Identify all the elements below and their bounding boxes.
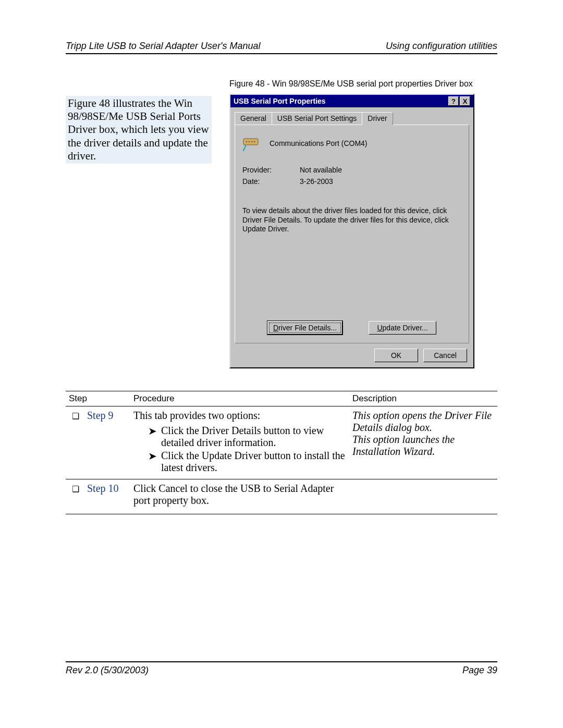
header-right: Using configuration utilities xyxy=(386,41,497,52)
table-row: ❏ Step 10 Click Cancel to close the USB … xyxy=(66,479,497,514)
driver-file-details-button[interactable]: Driver File Details... xyxy=(267,321,342,335)
help-icon[interactable]: ? xyxy=(448,96,459,106)
footer-right: Page 39 xyxy=(462,665,497,676)
figure-caption: Figure 48 - Win 98/98SE/Me USB serial po… xyxy=(229,79,473,89)
header-left: Tripp Lite USB to Serial Adapter User's … xyxy=(66,41,261,52)
intro-caption-box: Figure 48 illustrates the Win 98/98SE/Me… xyxy=(66,96,212,164)
steps-header-row: Step Procedure Description xyxy=(66,391,497,406)
col-proc-header: Procedure xyxy=(133,393,352,404)
page-header: Tripp Lite USB to Serial Adapter User's … xyxy=(66,41,497,52)
driver-instructions: To view details about the driver files l… xyxy=(242,206,461,234)
btn-details-rest: river File Details... xyxy=(278,324,337,332)
tab-panel-driver: Communications Port (COM4) Provider: Not… xyxy=(235,125,469,343)
dialog-title: USB Serial Port Properties xyxy=(234,97,326,105)
desc-line: This option opens the Driver File Detail… xyxy=(352,410,497,434)
tab-driver[interactable]: Driver xyxy=(362,112,393,125)
tab-strip: General USB Serial Port Settings Driver xyxy=(235,112,469,125)
table-row: ❏ Step 9 This tab provides two options: … xyxy=(66,406,497,479)
desc-line: This option launches the Installation Wi… xyxy=(352,434,497,458)
svg-point-1 xyxy=(246,141,248,143)
footer-rule xyxy=(66,661,497,662)
footer-left: Rev 2.0 (5/30/2003) xyxy=(66,665,149,676)
proc-main: Click Cancel to close the USB to Serial … xyxy=(133,483,352,507)
update-driver-button[interactable]: Update Driver... xyxy=(369,321,436,335)
svg-point-4 xyxy=(254,141,255,143)
page-footer: Rev 2.0 (5/30/2003) Page 39 xyxy=(66,665,497,676)
dialog-titlebar: USB Serial Port Properties ? X xyxy=(230,95,473,107)
close-icon[interactable]: X xyxy=(460,96,470,106)
checkbox-icon: ❏ xyxy=(69,412,79,421)
bullet-icon: ➤ xyxy=(148,450,157,462)
svg-rect-0 xyxy=(243,139,258,145)
svg-point-2 xyxy=(249,141,250,143)
tab-general[interactable]: General xyxy=(235,112,272,125)
col-step-header: Step xyxy=(66,393,133,404)
date-label: Date: xyxy=(242,177,279,186)
tab-usb-settings[interactable]: USB Serial Port Settings xyxy=(272,112,363,125)
ok-button[interactable]: OK xyxy=(374,349,418,362)
provider-label: Provider: xyxy=(242,166,279,174)
col-desc-header: Description xyxy=(352,393,497,404)
checkbox-icon: ❏ xyxy=(69,485,79,493)
btn-update-rest: pdate Driver... xyxy=(383,324,428,332)
header-rule xyxy=(66,53,497,54)
properties-dialog: USB Serial Port Properties ? X General U… xyxy=(229,94,474,368)
proc-main: This tab provides two options: xyxy=(133,410,352,422)
proc-bullet: Click the Driver Details button to view … xyxy=(161,425,352,449)
proc-bullet: Click the Update Driver button to instal… xyxy=(161,450,352,474)
serial-port-icon xyxy=(242,135,260,151)
step-label: Step 10 xyxy=(87,483,119,494)
bullet-icon: ➤ xyxy=(148,425,157,437)
steps-table: Step Procedure Description ❏ Step 9 This… xyxy=(66,391,497,514)
provider-value: Not available xyxy=(300,166,342,174)
device-name: Communications Port (COM4) xyxy=(270,139,368,147)
svg-point-3 xyxy=(251,141,253,143)
step-label: Step 9 xyxy=(87,410,114,421)
date-value: 3-26-2003 xyxy=(300,177,333,186)
manual-page: Tripp Lite USB to Serial Adapter User's … xyxy=(0,0,563,728)
cancel-button[interactable]: Cancel xyxy=(423,349,467,362)
